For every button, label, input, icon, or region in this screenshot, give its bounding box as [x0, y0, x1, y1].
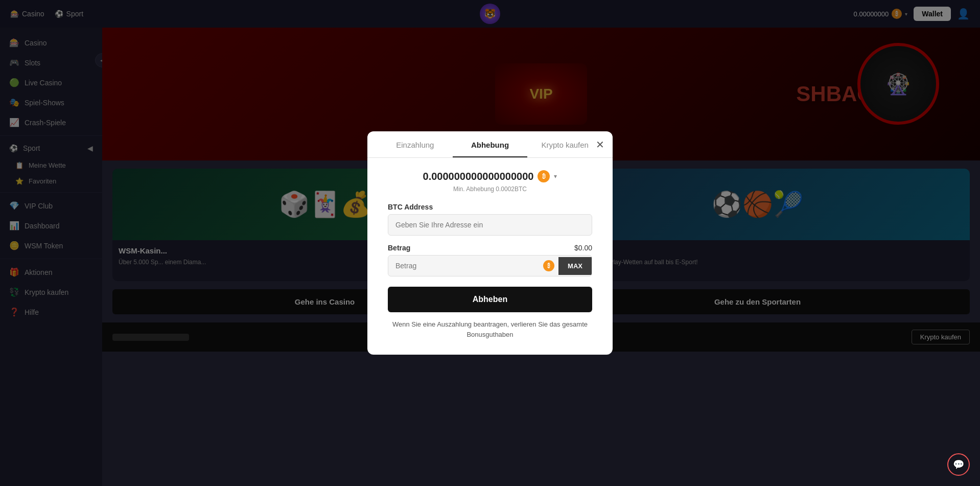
- modal-body: 0.000000000000000000 ₿ ▾ Min. Abhebung 0…: [367, 158, 613, 355]
- modal-overlay[interactable]: ✕ Einzahlung Abhebung Krypto kaufen 0.00…: [0, 0, 980, 486]
- btc-address-input[interactable]: [388, 214, 592, 236]
- abheben-button[interactable]: Abheben: [388, 287, 592, 312]
- modal-tabs: Einzahlung Abhebung Krypto kaufen: [367, 131, 613, 158]
- tab-einzahlung[interactable]: Einzahlung: [378, 131, 453, 157]
- chat-button[interactable]: 💬: [947, 453, 970, 476]
- modal-balance-amount: 0.000000000000000000: [423, 171, 534, 182]
- tab-krypto-kaufen[interactable]: Krypto kaufen: [527, 131, 602, 157]
- chat-icon: 💬: [953, 459, 964, 470]
- amount-label: Betrag: [388, 244, 410, 252]
- min-withdrawal-text: Min. Abhebung 0.0002BTC: [388, 186, 592, 193]
- max-button[interactable]: MAX: [558, 257, 592, 275]
- modal-chevron[interactable]: ▾: [554, 173, 557, 180]
- withdrawal-modal: ✕ Einzahlung Abhebung Krypto kaufen 0.00…: [367, 131, 613, 355]
- amount-usd: $0.00: [574, 244, 592, 252]
- amount-input[interactable]: [388, 256, 543, 276]
- amount-row: Betrag $0.00: [388, 244, 592, 252]
- amount-btc-icon: ₿: [543, 260, 554, 271]
- btc-address-label: BTC Address: [388, 203, 592, 211]
- modal-balance: 0.000000000000000000 ₿ ▾: [388, 170, 592, 182]
- tab-abhebung[interactable]: Abhebung: [453, 131, 528, 157]
- warning-text: Wenn Sie eine Auszahlung beantragen, ver…: [388, 319, 592, 339]
- amount-input-row: ₿ MAX: [388, 255, 592, 276]
- modal-btc-badge: ₿: [538, 170, 550, 182]
- modal-close-btn[interactable]: ✕: [596, 138, 604, 151]
